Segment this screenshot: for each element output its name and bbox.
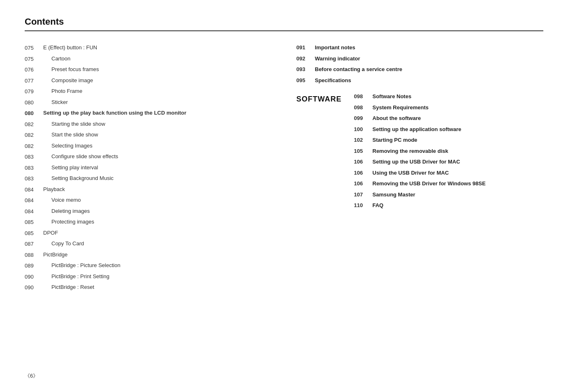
entry-num: 105: [354, 147, 373, 155]
entry-title: PictBridge: [43, 251, 67, 259]
entry-title: Removing the removable disk: [373, 147, 448, 155]
toc-entry: 082Starting the slide show: [25, 120, 272, 129]
toc-entry: 080Sticker: [25, 98, 272, 107]
entry-num: 093: [297, 65, 315, 74]
entry-num: 099: [354, 114, 373, 122]
right-top-section: 091Important notes092Warning indicator09…: [297, 44, 544, 84]
page-header: Contents: [25, 16, 543, 31]
left-column: 075E (Effect) button : FUN075Cartoon076P…: [25, 44, 288, 294]
toc-entry: 083Setting play interval: [25, 164, 272, 172]
toc-entry: 085Protecting images: [25, 218, 272, 226]
software-section: SOFTWARE 098Software Notes098System Requ…: [297, 92, 544, 212]
entry-title: Starting the slide show: [43, 120, 105, 128]
toc-entry: 088PictBridge: [25, 251, 272, 259]
software-toc-entry: 098Software Notes: [354, 92, 544, 101]
software-entries-col: 098Software Notes098System Requirements0…: [354, 92, 544, 212]
entry-title: Composite image: [43, 76, 93, 85]
entry-num: 084: [25, 207, 43, 216]
entry-title: Samsung Master: [373, 191, 415, 199]
entry-title: Deleting images: [43, 207, 90, 215]
entry-num: 083: [25, 152, 43, 161]
toc-entry: 085DPOF: [25, 229, 272, 238]
entry-title: About the software: [373, 114, 421, 122]
toc-entry: 084Deleting images: [25, 207, 272, 216]
entry-title: Sticker: [43, 98, 68, 106]
entry-title: Start the slide show: [43, 131, 98, 139]
software-toc-entry: 106Using the USB Driver for MAC: [354, 169, 544, 177]
entry-title: Important notes: [315, 44, 355, 52]
toc-entry: 092Warning indicator: [297, 55, 544, 63]
toc-entry: 087Copy To Card: [25, 240, 272, 248]
page-footer: 《6》: [25, 372, 38, 380]
toc-entry: 095Specifications: [297, 76, 544, 85]
entry-title: Voice memo: [43, 196, 81, 204]
toc-entry: 090PictBridge : Reset: [25, 283, 272, 292]
software-toc-entry: 102Starting PC mode: [354, 136, 544, 144]
software-toc-entry: 098System Requirements: [354, 104, 544, 112]
software-label: SOFTWARE: [297, 95, 342, 104]
entry-title: Protecting images: [43, 218, 94, 226]
entry-title: Before contacting a service centre: [315, 65, 402, 74]
page-title: Contents: [25, 16, 64, 27]
entry-num: 088: [25, 251, 43, 259]
entry-title: Setting play interval: [43, 164, 98, 172]
right-column: 091Important notes092Warning indicator09…: [288, 44, 544, 294]
toc-entry: 075E (Effect) button : FUN: [25, 44, 272, 52]
entry-num: 085: [25, 229, 43, 238]
entry-num: 100: [354, 125, 373, 134]
software-toc-entry: 106Setting up the USB Driver for MAC: [354, 158, 544, 166]
entry-title: Copy To Card: [43, 240, 84, 248]
entry-title: Preset focus frames: [43, 65, 99, 74]
entry-num: 083: [25, 174, 43, 183]
entry-num: 090: [25, 272, 43, 281]
entry-title: Software Notes: [373, 92, 412, 101]
entry-title: Removing the USB Driver for Windows 98SE: [373, 180, 486, 188]
entry-title: Setting Background Music: [43, 174, 114, 182]
entry-num: 085: [25, 218, 43, 226]
toc-entry: 083Configure slide show effects: [25, 152, 272, 161]
entry-title: Starting PC mode: [373, 136, 417, 144]
entry-title: PictBridge : Print Setting: [43, 272, 109, 281]
entry-num: 080: [25, 109, 43, 118]
entry-num: 076: [25, 65, 43, 74]
entry-num: 083: [25, 164, 43, 172]
entry-num: 090: [25, 283, 43, 292]
software-toc-entry: 110FAQ: [354, 201, 544, 210]
entry-num: 082: [25, 142, 43, 150]
entry-title: System Requirements: [373, 104, 429, 112]
software-toc-entry: 099About the software: [354, 114, 544, 122]
entry-title: Setting up the play back function using …: [43, 109, 186, 117]
toc-entry: 089PictBridge : Picture Selection: [25, 261, 272, 270]
entry-num: 082: [25, 120, 43, 129]
toc-entry: 084Voice memo: [25, 196, 272, 205]
software-toc-entry: 100Setting up the application software: [354, 125, 544, 134]
entry-title: Warning indicator: [315, 55, 360, 63]
entry-num: 110: [354, 201, 373, 210]
toc-entry: 079Photo Frame: [25, 87, 272, 96]
entry-num: 089: [25, 261, 43, 270]
entry-num: 102: [354, 136, 373, 144]
entry-title: Playback: [43, 185, 65, 194]
entry-num: 084: [25, 196, 43, 205]
toc-entry: 091Important notes: [297, 44, 544, 52]
entry-title: DPOF: [43, 229, 58, 237]
entry-title: Photo Frame: [43, 87, 82, 95]
entry-num: 075: [25, 44, 43, 52]
entry-num: 080: [25, 98, 43, 107]
entry-num: 077: [25, 76, 43, 85]
entry-title: Selecting Images: [43, 142, 93, 150]
entry-title: Configure slide show effects: [43, 152, 118, 161]
footer-page-number: 《6》: [25, 373, 38, 379]
toc-entry: 082Selecting Images: [25, 142, 272, 150]
toc-entry: 075Cartoon: [25, 55, 272, 63]
entry-num: 106: [354, 158, 373, 166]
entry-num: 079: [25, 87, 43, 96]
entry-num: 098: [354, 92, 373, 101]
software-toc-entry: 107Samsung Master: [354, 191, 544, 199]
entry-num: 084: [25, 185, 43, 194]
toc-entry: 090PictBridge : Print Setting: [25, 272, 272, 281]
software-label-col: SOFTWARE: [297, 92, 354, 212]
toc-entry: 077Composite image: [25, 76, 272, 85]
entry-num: 106: [354, 180, 373, 188]
entry-title: Specifications: [315, 76, 351, 85]
